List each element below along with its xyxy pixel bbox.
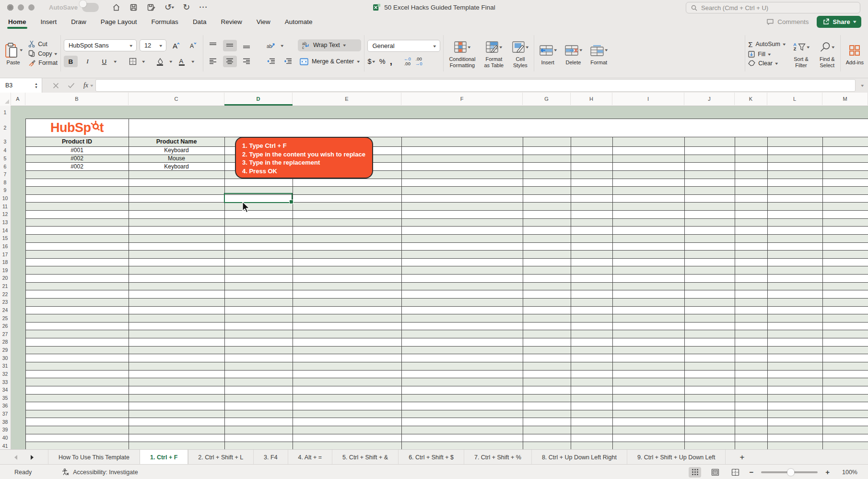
insert-function-chevron-icon[interactable]: [90, 83, 93, 88]
row-header-41[interactable]: 41: [0, 442, 10, 449]
sheet-tab[interactable]: 1. Ctrl + F: [140, 450, 188, 465]
ribbon-tab-data[interactable]: Data: [192, 17, 207, 27]
clear-chevron-icon[interactable]: [775, 61, 778, 66]
currency-chevron-icon[interactable]: [373, 59, 375, 64]
autosum-chevron-icon[interactable]: [783, 42, 786, 47]
page-break-view-button[interactable]: [729, 467, 741, 478]
sheet-row[interactable]: [25, 242, 868, 251]
zoom-slider-knob[interactable]: [787, 468, 794, 476]
font-color-chevron-icon[interactable]: [191, 59, 194, 64]
insert-function-button[interactable]: fx: [83, 82, 88, 89]
row-header-36[interactable]: 36: [0, 402, 10, 410]
row-header-14[interactable]: 14: [0, 226, 10, 234]
table-data-cell[interactable]: #002: [25, 162, 129, 170]
column-header-K[interactable]: K: [735, 93, 767, 105]
fill-chevron-icon[interactable]: [768, 52, 771, 57]
name-box-stepper[interactable]: ▲▼: [35, 83, 38, 89]
ribbon-tab-formulas[interactable]: Formulas: [151, 17, 179, 27]
row-header-15[interactable]: 15: [0, 234, 10, 242]
next-sheet-icon[interactable]: [30, 455, 35, 460]
close-window-button[interactable]: [7, 4, 13, 11]
currency-format-button[interactable]: $: [367, 58, 371, 65]
row-header-28[interactable]: 28: [0, 338, 10, 346]
paste-chevron-icon[interactable]: [20, 47, 23, 53]
sheet-tab[interactable]: 2. Ctrl + Shift + L: [188, 450, 254, 465]
column-header-L[interactable]: L: [767, 93, 822, 105]
table-header-cell[interactable]: Product ID: [25, 137, 129, 146]
zoom-window-button[interactable]: [28, 4, 35, 11]
zoom-out-button[interactable]: −: [749, 468, 753, 476]
sheet-tab[interactable]: 9. Ctrl + Shift + Up Down Left: [627, 450, 726, 465]
row-header-19[interactable]: 19: [0, 266, 10, 274]
align-center-button[interactable]: [223, 56, 237, 67]
bold-button[interactable]: B: [64, 56, 78, 67]
row-header-23[interactable]: 23: [0, 298, 10, 306]
number-format-select[interactable]: General: [367, 40, 440, 52]
format-as-table-chevron-icon[interactable]: [499, 44, 502, 50]
zoom-slider[interactable]: [761, 471, 818, 473]
sheet-row[interactable]: [25, 426, 868, 434]
spreadsheet-grid[interactable]: ABCDEFGHIJKLM123456789101112131415161718…: [0, 93, 868, 449]
fill-color-chevron-icon[interactable]: [170, 59, 173, 64]
sheet-row[interactable]: [25, 386, 868, 394]
save-as-icon[interactable]: [147, 3, 155, 12]
sheet-row[interactable]: [25, 186, 868, 194]
row-header-4[interactable]: 4: [0, 146, 10, 155]
sheet-row[interactable]: [25, 194, 868, 203]
merge-center-button[interactable]: Merge & Center: [298, 56, 362, 68]
minimize-window-button[interactable]: [18, 4, 24, 11]
autosave-toggle[interactable]: [82, 3, 99, 12]
increase-indent-button[interactable]: [281, 56, 295, 67]
sheet-row[interactable]: [25, 218, 868, 227]
sheet-tab[interactable]: 6. Ctrl + Shift + $: [399, 450, 464, 465]
orientation-button[interactable]: ab: [264, 40, 278, 51]
row-header-21[interactable]: 21: [0, 282, 10, 290]
align-top-button[interactable]: [206, 40, 220, 51]
autosum-button[interactable]: AutoSum: [748, 40, 785, 48]
sheet-tab[interactable]: 7. Ctrl + Shift + %: [464, 450, 532, 465]
sheet-row[interactable]: [25, 362, 868, 370]
row-header-18[interactable]: 18: [0, 258, 10, 266]
increase-decimal-button[interactable]: .00→0: [415, 57, 422, 66]
fill-handle[interactable]: [289, 200, 293, 204]
fill-button[interactable]: Fill: [748, 51, 785, 58]
align-middle-button[interactable]: [223, 40, 237, 51]
row-header-6[interactable]: 6: [0, 162, 10, 170]
row-header-8[interactable]: 8: [0, 179, 10, 187]
underline-button[interactable]: U: [97, 56, 111, 67]
sheet-row[interactable]: [25, 170, 868, 179]
insert-cells-button[interactable]: Insert: [537, 41, 559, 66]
sort-filter-button[interactable]: AZ Sort &Filter: [791, 38, 811, 69]
comma-format-button[interactable]: ,: [390, 56, 392, 67]
row-header-20[interactable]: 20: [0, 274, 10, 282]
cell-styles-chevron-icon[interactable]: [526, 44, 528, 50]
sheet-row[interactable]: [25, 402, 868, 410]
column-header-G[interactable]: G: [523, 93, 571, 105]
row-header-13[interactable]: 13: [0, 218, 10, 227]
sheet-row[interactable]: [25, 290, 868, 298]
row-header-10[interactable]: 10: [0, 194, 10, 203]
sheet-row[interactable]: [25, 306, 868, 314]
sheet-row[interactable]: [25, 226, 868, 234]
ribbon-tab-view[interactable]: View: [256, 17, 271, 27]
expand-formula-bar-icon[interactable]: [861, 83, 864, 88]
wrap-text-chevron-icon[interactable]: [343, 43, 346, 48]
underline-chevron-icon[interactable]: [114, 59, 117, 64]
sheet-row[interactable]: [25, 322, 868, 330]
sheet-row[interactable]: [25, 394, 868, 402]
comments-button[interactable]: Comments: [766, 18, 809, 25]
more-commands-icon[interactable]: [199, 3, 208, 12]
row-header-12[interactable]: 12: [0, 210, 10, 218]
sheet-row[interactable]: [25, 314, 868, 322]
row-header-9[interactable]: 9: [0, 186, 10, 194]
column-header-F[interactable]: F: [401, 93, 523, 105]
search-input[interactable]: Search (Cmd + Ctrl + U): [686, 2, 860, 13]
row-header-5[interactable]: 5: [0, 155, 10, 163]
undo-icon[interactable]: [164, 2, 174, 12]
table-data-cell[interactable]: Keyboard: [129, 162, 224, 170]
delete-cells-chevron-icon[interactable]: [579, 47, 582, 53]
sheet-row[interactable]: [25, 210, 868, 218]
align-bottom-button[interactable]: [240, 40, 254, 51]
sheet-row[interactable]: [25, 179, 868, 187]
sheet-row[interactable]: [25, 202, 868, 210]
